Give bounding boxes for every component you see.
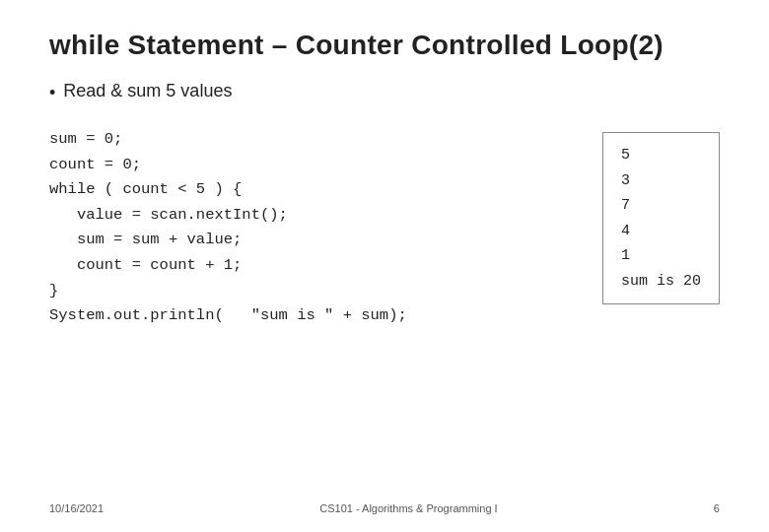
code-line-4: value = scan.nextInt();	[49, 206, 288, 224]
footer-left: 10/16/2021	[49, 502, 104, 514]
code-line-6: count = count + 1;	[49, 256, 242, 274]
code-line-7: }	[49, 282, 58, 299]
code-line-3: while ( count < 5 ) {	[49, 180, 242, 198]
bullet-text: Read & sum 5 values	[63, 81, 232, 101]
footer-right: 6	[714, 502, 720, 514]
output-value-4: 4	[621, 219, 701, 244]
code-line-8: System.out.println( "sum is " + sum);	[49, 306, 407, 324]
slide: while Statement – Counter Controlled Loo…	[0, 0, 769, 532]
bullet-point: • Read & sum 5 values	[49, 81, 720, 105]
code-line-1: sum = 0;	[49, 130, 122, 148]
output-value-2: 3	[621, 168, 701, 194]
output-value-5: 1	[621, 243, 701, 269]
output-summary: sum is 20	[621, 269, 701, 295]
slide-title: while Statement – Counter Controlled Loo…	[49, 30, 720, 61]
code-block: sum = 0; count = 0; while ( count < 5 ) …	[49, 127, 563, 329]
footer: 10/16/2021 CS101 - Algorithms & Programm…	[49, 502, 720, 514]
output-box: 5 3 7 4 1 sum is 20	[602, 132, 720, 304]
output-value-1: 5	[621, 143, 701, 168]
output-value-3: 7	[621, 193, 701, 219]
code-line-5: sum = sum + value;	[49, 231, 242, 248]
content-area: sum = 0; count = 0; while ( count < 5 ) …	[49, 127, 720, 512]
code-line-2: count = 0;	[49, 156, 141, 173]
footer-center: CS101 - Algorithms & Programming I	[319, 502, 497, 514]
bullet-dot: •	[49, 81, 55, 105]
